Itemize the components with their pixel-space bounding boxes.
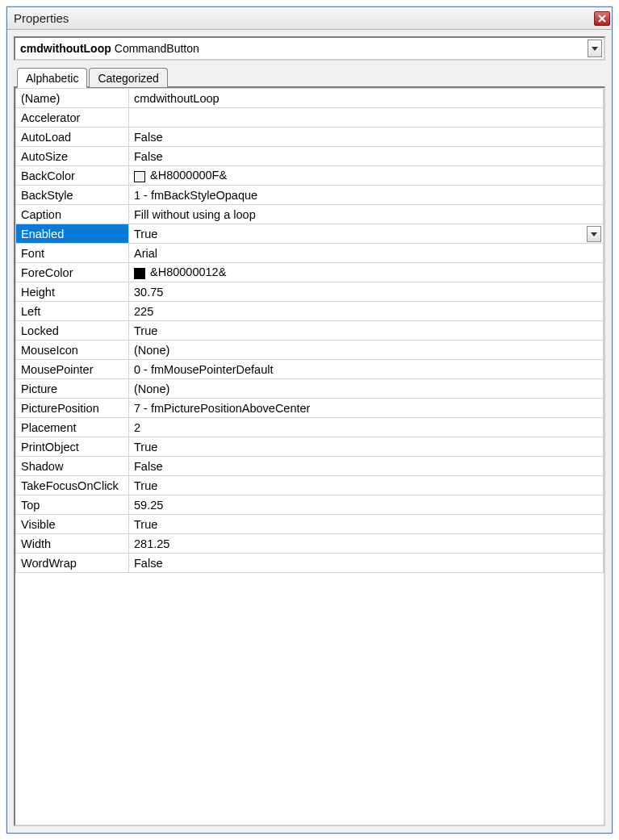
property-grid: (Name)cmdwithoutLoopAcceleratorAutoLoadF… [15, 88, 604, 573]
property-value[interactable]: cmdwithoutLoop [129, 89, 604, 108]
property-value[interactable]: Fill without using a loop [129, 205, 604, 224]
property-value[interactable] [129, 108, 604, 127]
property-value[interactable]: True [129, 224, 604, 244]
property-value[interactable]: 2 [129, 418, 604, 437]
property-value[interactable]: 281.25 [129, 534, 604, 554]
property-row[interactable]: TakeFocusOnClickTrue [16, 476, 604, 495]
property-row[interactable]: Left225 [16, 302, 604, 321]
property-value[interactable]: True [129, 437, 604, 457]
object-dropdown-button[interactable] [588, 40, 602, 57]
property-name[interactable]: ForeColor [16, 263, 129, 282]
property-row[interactable]: Top59.25 [16, 495, 604, 515]
property-row[interactable]: MousePointer0 - fmMousePointerDefault [16, 360, 604, 379]
property-row[interactable]: FontArial [16, 244, 604, 263]
property-name[interactable]: Visible [16, 515, 129, 534]
property-value[interactable]: False [129, 147, 604, 166]
property-value[interactable]: True [129, 515, 604, 534]
property-row[interactable]: BackColor&H8000000F& [16, 166, 604, 186]
property-name[interactable]: Caption [16, 205, 129, 224]
property-value[interactable]: 7 - fmPicturePositionAboveCenter [129, 399, 604, 418]
property-value[interactable]: 0 - fmMousePointerDefault [129, 360, 604, 379]
property-value-text: cmdwithoutLoop [134, 92, 220, 105]
property-row[interactable]: AutoLoadFalse [16, 127, 604, 147]
property-name[interactable]: TakeFocusOnClick [16, 476, 129, 495]
property-value-text: 2 [134, 421, 140, 434]
property-name[interactable]: (Name) [16, 89, 129, 108]
property-name[interactable]: Accelerator [16, 108, 129, 127]
property-row[interactable]: VisibleTrue [16, 515, 604, 534]
property-name[interactable]: Height [16, 282, 129, 302]
property-value[interactable]: 30.75 [129, 282, 604, 302]
window-title: Properties [14, 11, 594, 25]
property-value[interactable]: (None) [129, 341, 604, 360]
property-name[interactable]: AutoSize [16, 147, 129, 166]
property-name[interactable]: BackStyle [16, 186, 129, 205]
property-value[interactable]: &H8000000F& [129, 166, 604, 186]
property-value-text: True [134, 324, 157, 337]
tab-bar: Alphabetic Categorized [14, 67, 605, 87]
tab-alphabetic[interactable]: Alphabetic [17, 68, 87, 88]
property-row[interactable]: PrintObjectTrue [16, 437, 604, 457]
property-name[interactable]: Width [16, 534, 129, 554]
object-type: CommandButton [115, 42, 199, 55]
property-row[interactable]: CaptionFill without using a loop [16, 205, 604, 224]
property-row[interactable]: Placement2 [16, 418, 604, 437]
property-row[interactable]: LockedTrue [16, 321, 604, 341]
property-value-text: False [134, 460, 162, 473]
property-value[interactable]: 59.25 [129, 495, 604, 515]
property-value[interactable]: &H80000012& [129, 263, 604, 282]
property-value-text: (None) [134, 344, 169, 357]
property-row[interactable]: WordWrapFalse [16, 554, 604, 573]
object-name: cmdwithoutLoop [20, 42, 111, 55]
property-value-text: 30.75 [134, 286, 163, 299]
property-value[interactable]: 225 [129, 302, 604, 321]
property-name[interactable]: AutoLoad [16, 127, 129, 147]
property-name[interactable]: Locked [16, 321, 129, 341]
property-value[interactable]: True [129, 476, 604, 495]
property-row[interactable]: Height30.75 [16, 282, 604, 302]
property-row[interactable]: AutoSizeFalse [16, 147, 604, 166]
property-name[interactable]: Picture [16, 379, 129, 399]
property-name[interactable]: PrintObject [16, 437, 129, 457]
property-name[interactable]: WordWrap [16, 554, 129, 573]
property-value[interactable]: (None) [129, 379, 604, 399]
property-name[interactable]: PicturePosition [16, 399, 129, 418]
property-name[interactable]: Shadow [16, 457, 129, 476]
property-name[interactable]: MouseIcon [16, 341, 129, 360]
property-value[interactable]: False [129, 457, 604, 476]
object-selector[interactable]: cmdwithoutLoop CommandButton [14, 36, 605, 61]
property-value[interactable]: False [129, 127, 604, 147]
property-row[interactable]: MouseIcon(None) [16, 341, 604, 360]
tab-categorized[interactable]: Categorized [89, 68, 168, 87]
property-row[interactable]: Width281.25 [16, 534, 604, 554]
property-row[interactable]: Picture(None) [16, 379, 604, 399]
property-name[interactable]: Left [16, 302, 129, 321]
property-row[interactable]: ForeColor&H80000012& [16, 263, 604, 282]
property-name[interactable]: MousePointer [16, 360, 129, 379]
property-value-text: True [134, 479, 157, 492]
property-name[interactable]: Enabled [16, 224, 129, 244]
property-row[interactable]: EnabledTrue [16, 224, 604, 244]
property-value-text: Arial [134, 247, 157, 260]
property-name[interactable]: Font [16, 244, 129, 263]
chevron-down-icon [591, 232, 597, 236]
property-name[interactable]: BackColor [16, 166, 129, 186]
property-row[interactable]: ShadowFalse [16, 457, 604, 476]
property-row[interactable]: PicturePosition7 - fmPicturePositionAbov… [16, 399, 604, 418]
property-value[interactable]: True [129, 321, 604, 341]
property-value-text: &H80000012& [150, 265, 226, 278]
property-name[interactable]: Placement [16, 418, 129, 437]
value-dropdown-button[interactable] [587, 226, 601, 242]
property-value-text: &H8000000F& [150, 169, 227, 182]
close-button[interactable] [594, 11, 610, 26]
property-value-text: False [134, 557, 162, 570]
property-value[interactable]: False [129, 554, 604, 573]
property-value[interactable]: 1 - fmBackStyleOpaque [129, 186, 604, 205]
property-row[interactable]: Accelerator [16, 108, 604, 127]
property-name[interactable]: Top [16, 495, 129, 515]
property-value[interactable]: Arial [129, 244, 604, 263]
property-row[interactable]: (Name)cmdwithoutLoop [16, 89, 604, 108]
color-swatch [134, 171, 145, 182]
content-area: cmdwithoutLoop CommandButton Alphabetic … [7, 30, 612, 833]
property-row[interactable]: BackStyle1 - fmBackStyleOpaque [16, 186, 604, 205]
